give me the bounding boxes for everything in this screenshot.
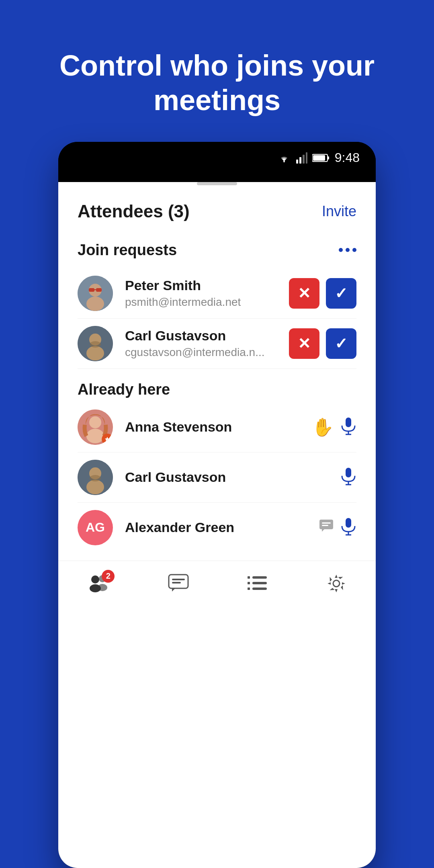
settings-icon: [326, 573, 347, 594]
attendees-title: Attendees (3): [78, 201, 190, 221]
nav-chat[interactable]: [168, 574, 189, 593]
carl-request-name: Carl Gustavson: [125, 328, 277, 344]
avatar-alexander: AG: [78, 510, 113, 545]
wifi-icon: [277, 152, 291, 164]
phone-content: Attendees (3) Invite Join requests: [58, 182, 376, 868]
participant-info-carl-req: Carl Gustavson cgustavson@intermedia.n..…: [125, 328, 277, 359]
nav-settings[interactable]: [326, 573, 347, 594]
signal-icon: [296, 152, 307, 164]
svg-rect-11: [89, 288, 94, 292]
svg-point-38: [91, 575, 99, 583]
already-here-alexander: AG Alexander Green: [58, 503, 376, 553]
already-here-header: Already here: [58, 369, 376, 402]
already-here-anna: Anna Stevenson ✋: [58, 402, 376, 452]
alexander-name: Alexander Green: [125, 520, 307, 535]
svg-rect-35: [346, 518, 351, 528]
avatar-carl-request: [78, 326, 113, 361]
anna-name: Anna Stevenson: [125, 419, 300, 435]
svg-rect-48: [248, 582, 250, 584]
chat-icon-alexander: [319, 519, 334, 536]
avatar-initials: AG: [86, 520, 105, 535]
already-here-label: Already here: [78, 381, 170, 398]
header-row: Attendees (3) Invite: [58, 197, 376, 233]
mic-icon-anna: [340, 417, 356, 438]
dot-1: [339, 248, 343, 252]
chat-icon: [168, 574, 189, 593]
dot-2: [346, 248, 350, 252]
join-requests-label: Join requests: [78, 242, 177, 259]
svg-point-27: [90, 475, 101, 481]
svg-rect-4: [306, 152, 307, 164]
people-badge: 2: [102, 570, 115, 583]
bottom-nav: 2: [58, 561, 376, 602]
mic-icon-alexander: [340, 517, 356, 538]
deny-carl-button[interactable]: ✕: [289, 328, 319, 359]
svg-marker-45: [172, 588, 175, 592]
svg-rect-1: [296, 160, 298, 164]
svg-point-20: [86, 429, 104, 443]
carl-here-name: Carl Gustavson: [125, 469, 328, 485]
dot-3: [352, 248, 356, 252]
svg-rect-33: [322, 522, 331, 524]
svg-rect-7: [328, 156, 329, 160]
svg-rect-2: [299, 157, 301, 164]
svg-rect-44: [172, 582, 181, 583]
svg-point-17: [90, 341, 101, 348]
join-request-peter: Peter Smith psmith@intermedia.net ✕ ✓: [58, 268, 376, 318]
status-time: 9:48: [335, 150, 360, 165]
svg-rect-42: [169, 575, 188, 588]
svg-point-26: [86, 480, 104, 494]
peter-name: Peter Smith: [125, 278, 277, 293]
svg-rect-47: [252, 576, 267, 579]
check-icon-carl: ✓: [335, 336, 348, 351]
svg-rect-6: [313, 155, 325, 161]
participant-info-anna: Anna Stevenson: [125, 419, 300, 435]
svg-rect-51: [252, 588, 267, 590]
deny-peter-button[interactable]: ✕: [289, 278, 319, 309]
status-bar: 9:48: [58, 142, 376, 174]
drag-handle: [197, 182, 237, 185]
join-request-carl: Carl Gustavson cgustavson@intermedia.n..…: [58, 319, 376, 368]
admit-peter-button[interactable]: ✓: [326, 278, 356, 309]
host-badge-anna: [102, 434, 113, 445]
check-icon-peter: ✓: [335, 286, 348, 301]
svg-rect-28: [346, 468, 351, 477]
hero-section: Control who joins your meetings: [0, 0, 434, 142]
nav-people[interactable]: 2: [87, 573, 110, 594]
svg-rect-21: [346, 418, 351, 427]
list-icon: [247, 574, 268, 593]
mic-icon-carl: [340, 467, 356, 488]
anna-action-icons: ✋: [312, 417, 356, 438]
avatar-carl-here: [78, 460, 113, 495]
hand-icon-anna: ✋: [312, 417, 334, 438]
svg-point-0: [283, 161, 285, 162]
avatar-peter: [78, 276, 113, 311]
alexander-icons: [319, 517, 356, 538]
battery-icon: [312, 154, 330, 162]
participant-info-peter: Peter Smith psmith@intermedia.net: [125, 278, 277, 309]
join-requests-header: Join requests: [58, 233, 376, 268]
x-icon-peter: ✕: [298, 286, 311, 301]
carl-here-icons: [340, 467, 356, 488]
already-here-carl: Carl Gustavson: [58, 452, 376, 502]
svg-rect-3: [303, 155, 305, 164]
svg-point-19: [89, 416, 101, 428]
svg-rect-43: [172, 579, 185, 580]
peter-email: psmith@intermedia.net: [125, 296, 277, 309]
invite-button[interactable]: Invite: [322, 203, 356, 220]
svg-rect-49: [252, 582, 267, 584]
phone-frame: 9:48 Attendees (3) Invite Join requests: [58, 142, 376, 868]
nav-list[interactable]: [247, 574, 268, 593]
participant-info-carl-here: Carl Gustavson: [125, 469, 328, 485]
svg-rect-46: [248, 576, 250, 579]
svg-point-10: [86, 297, 104, 311]
svg-point-41: [98, 584, 107, 591]
x-icon-carl: ✕: [298, 336, 311, 351]
svg-point-16: [86, 346, 104, 360]
more-options-button[interactable]: [339, 248, 356, 252]
admit-carl-button[interactable]: ✓: [326, 328, 356, 359]
svg-rect-34: [322, 525, 328, 526]
status-icons: 9:48: [277, 150, 360, 165]
svg-rect-50: [248, 588, 250, 590]
svg-marker-32: [322, 529, 324, 532]
